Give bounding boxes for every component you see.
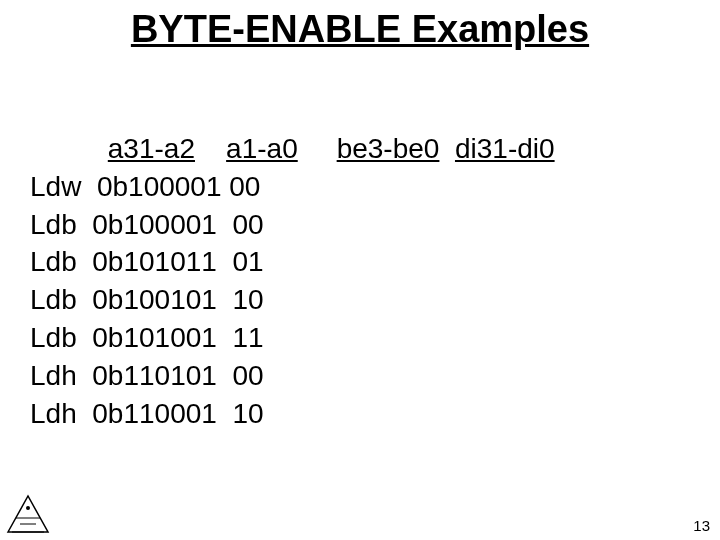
cell-instr: Ldh: [30, 398, 77, 429]
cell-a1-a0: 10: [232, 398, 263, 429]
cell-instr: Ldw: [30, 171, 81, 202]
svg-point-4: [26, 506, 30, 510]
table-row: Ldh 0b110101 00: [30, 357, 555, 395]
cell-a1-a0: 00: [232, 209, 263, 240]
cell-a31-a2: 0b101001: [92, 322, 217, 353]
cell-a1-a0: 10: [232, 284, 263, 315]
table-row: Ldh 0b110001 10: [30, 395, 555, 433]
cell-a31-a2: 0b100001: [92, 209, 217, 240]
cell-instr: Ldh: [30, 360, 77, 391]
cell-instr: Ldb: [30, 209, 77, 240]
cell-a1-a0: 11: [232, 322, 263, 353]
header-row: a31-a2 a1-a0 be3-be0 di31-di0: [30, 130, 555, 168]
col-header-di31-di0: di31-di0: [455, 133, 555, 164]
cell-instr: Ldb: [30, 284, 77, 315]
cell-a31-a2: 0b101011: [92, 246, 217, 277]
table-row: Ldb 0b101011 01: [30, 243, 555, 281]
cell-a1-a0: 01: [232, 246, 263, 277]
table-row: Ldb 0b101001 11: [30, 319, 555, 357]
table-row: Ldb 0b100001 00: [30, 206, 555, 244]
cell-a31-a2: 0b110101: [92, 360, 217, 391]
cell-a31-a2: 0b100001: [97, 171, 222, 202]
slide: BYTE-ENABLE Examples a31-a2 a1-a0 be3-be…: [0, 0, 720, 540]
cell-a31-a2: 0b100101: [92, 284, 217, 315]
slide-title: BYTE-ENABLE Examples: [0, 8, 720, 51]
table-row: Ldb 0b100101 10: [30, 281, 555, 319]
svg-marker-0: [8, 496, 48, 532]
col-header-a1-a0: a1-a0: [226, 133, 298, 164]
cell-a31-a2: 0b110001: [92, 398, 217, 429]
col-header-a31-a2: a31-a2: [108, 133, 195, 164]
cell-instr: Ldb: [30, 246, 77, 277]
page-number: 13: [693, 517, 710, 534]
cell-a1-a0: 00: [229, 171, 260, 202]
content-block: a31-a2 a1-a0 be3-be0 di31-di0 Ldw 0b1000…: [30, 130, 555, 432]
cell-a1-a0: 00: [232, 360, 263, 391]
table-row: Ldw 0b100001 00: [30, 168, 555, 206]
col-header-be3-be0: be3-be0: [337, 133, 440, 164]
cell-instr: Ldb: [30, 322, 77, 353]
logo-icon: [6, 494, 50, 534]
